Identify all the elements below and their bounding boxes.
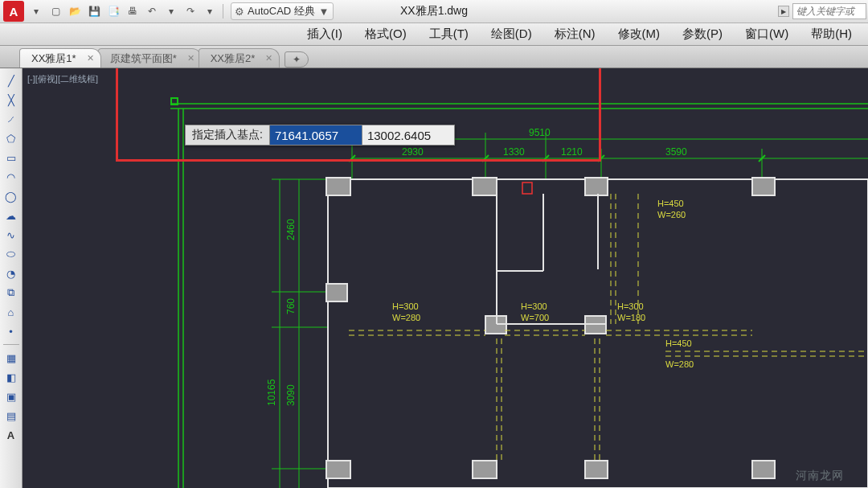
draw-tool-palette: ╱ ╳ ⟋ ⬠ ▭ ◠ ◯ ☁ ∿ ⬭ ◔ ⧉ ⌂ • ▦ ◧ ▣ ▤ A bbox=[0, 68, 23, 488]
qat-separator bbox=[223, 4, 223, 18]
svg-text:W=280: W=280 bbox=[665, 359, 694, 369]
quick-access-toolbar: ▾ ▢ 📂 💾 📑 🖶 ↶ ▾ ↷ ▾ bbox=[27, 0, 226, 23]
svg-text:1210: 1210 bbox=[561, 146, 583, 158]
svg-rect-26 bbox=[585, 178, 608, 195]
search-prev-icon[interactable]: ▶ bbox=[778, 6, 789, 17]
title-search-area: ▶ bbox=[778, 3, 868, 19]
qat-menu-dropdown[interactable]: ▾ bbox=[27, 2, 45, 20]
svg-text:H=300: H=300 bbox=[617, 301, 644, 311]
svg-rect-30 bbox=[473, 461, 497, 478]
menu-parametric[interactable]: 参数(P) bbox=[671, 23, 734, 45]
infocenter-search-input[interactable] bbox=[792, 3, 866, 19]
document-tab-bar: XX雅居1* ✕ 原建筑平面图* ✕ XX雅居2* ✕ ✦ bbox=[0, 46, 868, 68]
make-block-tool-icon[interactable]: ⌂ bbox=[2, 303, 20, 321]
menu-bar: 插入(I) 格式(O) 工具(T) 绘图(D) 标注(N) 修改(M) 参数(P… bbox=[0, 23, 868, 46]
redo-icon[interactable]: ↷ bbox=[182, 2, 199, 20]
svg-rect-32 bbox=[752, 461, 775, 478]
menu-window[interactable]: 窗口(W) bbox=[734, 23, 800, 45]
watermark-text: 河南龙网 bbox=[796, 469, 844, 483]
svg-text:3090: 3090 bbox=[285, 384, 297, 406]
doc-tab[interactable]: XX雅居2* ✕ bbox=[199, 48, 280, 68]
menu-help[interactable]: 帮助(H) bbox=[800, 23, 863, 45]
ellipse-tool-icon[interactable]: ⬭ bbox=[2, 245, 20, 263]
svg-rect-31 bbox=[585, 461, 608, 478]
undo-icon[interactable]: ↶ bbox=[143, 2, 161, 20]
gradient-tool-icon[interactable]: ◧ bbox=[2, 368, 20, 386]
title-bar: A ▾ ▢ 📂 💾 📑 🖶 ↶ ▾ ↷ ▾ ⚙ AutoCAD 经典 ▼ XX雅… bbox=[0, 0, 868, 23]
point-tool-icon[interactable]: • bbox=[2, 322, 20, 340]
line-tool-icon[interactable]: ╱ bbox=[2, 72, 20, 89]
plot-icon[interactable]: 🖶 bbox=[124, 2, 141, 20]
svg-text:3590: 3590 bbox=[665, 146, 687, 158]
doc-tab-active[interactable]: XX雅居1* ✕ bbox=[19, 48, 101, 68]
insert-block-tool-icon[interactable]: ⧉ bbox=[2, 284, 20, 301]
menu-modify[interactable]: 修改(M) bbox=[607, 23, 672, 45]
svg-text:H=450: H=450 bbox=[657, 199, 684, 208]
dynamic-input-prompt: 指定插入基点: bbox=[185, 125, 455, 146]
tab-label: 原建筑平面图* bbox=[110, 51, 177, 66]
menu-draw[interactable]: 绘图(D) bbox=[480, 23, 543, 45]
svg-rect-29 bbox=[326, 461, 350, 478]
region-tool-icon[interactable]: ▣ bbox=[2, 388, 20, 405]
document-title: XX雅居1.dwg bbox=[281, 4, 587, 18]
svg-text:W=180: W=180 bbox=[617, 313, 645, 322]
close-icon[interactable]: ✕ bbox=[87, 53, 94, 64]
drawing-canvas[interactable]: [-][俯视][二维线框] 指定插入基点: bbox=[23, 68, 868, 488]
coord-x-input[interactable] bbox=[270, 125, 362, 146]
svg-text:W=260: W=260 bbox=[657, 210, 686, 219]
app-logo[interactable]: A bbox=[3, 1, 24, 22]
menu-dimension[interactable]: 标注(N) bbox=[543, 23, 607, 45]
pick-box-cursor bbox=[170, 97, 178, 105]
undo-dropdown-icon[interactable]: ▾ bbox=[162, 2, 180, 20]
svg-text:H=300: H=300 bbox=[392, 301, 419, 311]
tab-label: XX雅居2* bbox=[211, 51, 256, 66]
save-icon[interactable]: 💾 bbox=[85, 2, 103, 20]
ellipse-arc-tool-icon[interactable]: ◔ bbox=[2, 265, 20, 282]
svg-rect-28 bbox=[326, 284, 347, 301]
new-icon[interactable]: ▢ bbox=[47, 2, 64, 20]
table-tool-icon[interactable]: ▤ bbox=[2, 407, 20, 424]
palette-separator bbox=[3, 344, 19, 345]
svg-text:W=700: W=700 bbox=[521, 313, 549, 322]
new-tab-button[interactable]: ✦ bbox=[285, 51, 309, 68]
svg-text:2460: 2460 bbox=[285, 219, 297, 240]
svg-text:9510: 9510 bbox=[529, 127, 551, 138]
construction-line-tool-icon[interactable]: ╳ bbox=[2, 91, 20, 109]
svg-text:10165: 10165 bbox=[266, 379, 277, 406]
open-icon[interactable]: 📂 bbox=[66, 2, 84, 20]
close-icon[interactable]: ✕ bbox=[187, 53, 194, 64]
polygon-tool-icon[interactable]: ⬠ bbox=[2, 129, 20, 147]
svg-text:2930: 2930 bbox=[402, 146, 424, 158]
gear-icon: ⚙ bbox=[235, 6, 244, 18]
svg-text:H=450: H=450 bbox=[665, 338, 692, 348]
svg-rect-40 bbox=[522, 182, 532, 194]
svg-rect-24 bbox=[326, 178, 350, 195]
svg-rect-27 bbox=[752, 178, 775, 195]
svg-text:760: 760 bbox=[285, 298, 297, 314]
revision-cloud-tool-icon[interactable]: ☁ bbox=[2, 207, 20, 224]
menu-tools[interactable]: 工具(T) bbox=[418, 23, 480, 45]
polyline-tool-icon[interactable]: ⟋ bbox=[2, 110, 20, 128]
prompt-label: 指定插入基点: bbox=[185, 125, 270, 146]
saveas-icon[interactable]: 📑 bbox=[104, 2, 122, 20]
text-tool-icon[interactable]: A bbox=[2, 426, 20, 444]
menu-format[interactable]: 格式(O) bbox=[354, 23, 418, 45]
tab-label: XX雅居1* bbox=[31, 51, 76, 66]
redo-dropdown-icon[interactable]: ▾ bbox=[201, 2, 219, 20]
svg-rect-25 bbox=[473, 178, 497, 195]
arc-tool-icon[interactable]: ◠ bbox=[2, 168, 20, 186]
coord-y-input[interactable] bbox=[362, 125, 455, 146]
close-icon[interactable]: ✕ bbox=[265, 53, 272, 64]
circle-tool-icon[interactable]: ◯ bbox=[2, 187, 20, 205]
svg-text:W=280: W=280 bbox=[392, 313, 420, 322]
svg-text:H=300: H=300 bbox=[521, 301, 547, 311]
svg-text:1330: 1330 bbox=[503, 146, 525, 158]
rectangle-tool-icon[interactable]: ▭ bbox=[2, 149, 20, 166]
spline-tool-icon[interactable]: ∿ bbox=[2, 226, 20, 244]
menu-insert[interactable]: 插入(I) bbox=[296, 23, 354, 45]
doc-tab[interactable]: 原建筑平面图* ✕ bbox=[98, 48, 202, 68]
hatch-tool-icon[interactable]: ▦ bbox=[2, 349, 20, 367]
